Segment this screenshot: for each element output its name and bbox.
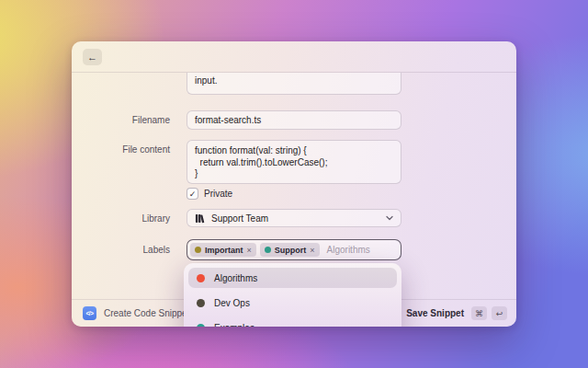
tag-important[interactable]: Important ×	[190, 243, 256, 257]
save-snippet-button[interactable]: Save Snippet ⌘ ↩	[406, 306, 507, 320]
labels-input[interactable]: Important × Support × Algorithms	[187, 239, 401, 260]
tag-color-dot	[265, 247, 271, 253]
code-line: }	[195, 168, 393, 180]
labels-label: Labels	[72, 245, 170, 255]
labels-dropdown: Algorithms Dev Ops Examples	[184, 263, 401, 327]
command-key-icon: ⌘	[471, 306, 487, 320]
library-label: Library	[72, 213, 170, 224]
file-content-textarea[interactable]: function format(val: string) { return va…	[187, 140, 401, 184]
scrolled-textarea[interactable]: input.	[187, 73, 401, 95]
back-button[interactable]: ←	[83, 49, 102, 65]
checkmark-icon: ✓	[189, 190, 197, 199]
window-header: ←	[72, 41, 516, 72]
label-color-dot	[197, 324, 205, 328]
remove-tag-icon[interactable]: ×	[247, 246, 252, 255]
private-label[interactable]: Private	[204, 189, 232, 199]
file-content-label: File content	[72, 144, 170, 155]
dropdown-item-examples[interactable]: Examples	[188, 317, 397, 327]
tag-color-dot	[195, 247, 201, 253]
dropdown-item-label: Examples	[214, 323, 254, 328]
save-snippet-label: Save Snippet	[406, 308, 464, 318]
library-icon	[195, 213, 205, 224]
code-line: return val.trim().toLowerCase();	[195, 157, 393, 169]
tag-name: Support	[275, 246, 307, 255]
chevron-down-icon	[386, 215, 393, 221]
remove-tag-icon[interactable]: ×	[310, 246, 314, 255]
code-snippet-icon: </>	[83, 306, 96, 320]
return-key-icon: ↩	[492, 306, 507, 320]
scrolled-text: input.	[195, 75, 217, 86]
library-select[interactable]: Support Team	[187, 209, 401, 227]
code-line: function format(val: string) {	[195, 145, 393, 157]
tag-support[interactable]: Support ×	[260, 243, 320, 257]
code-glyph: </>	[86, 310, 94, 316]
filename-input[interactable]: format-search.ts	[187, 110, 401, 130]
dropdown-item-label: Algorithms	[214, 273, 257, 283]
tag-name: Important	[205, 246, 243, 255]
dropdown-item-algorithms[interactable]: Algorithms	[188, 268, 397, 288]
dropdown-item-dev-ops[interactable]: Dev Ops	[188, 293, 397, 313]
labels-placeholder: Algorithms	[327, 245, 370, 255]
scrolled-field-clip: input.	[187, 73, 401, 95]
back-arrow-icon: ←	[87, 52, 97, 63]
private-checkbox[interactable]: ✓	[187, 188, 198, 200]
label-color-dot	[197, 299, 205, 307]
filename-label: Filename	[72, 115, 170, 125]
create-snippet-window: ← input. Filename format-search.ts File …	[72, 41, 516, 327]
library-value: Support Team	[211, 213, 268, 224]
dropdown-item-label: Dev Ops	[214, 298, 250, 308]
command-title: Create Code Snippet	[104, 308, 189, 318]
label-color-dot	[197, 274, 205, 282]
filename-value: format-search.ts	[195, 115, 261, 125]
